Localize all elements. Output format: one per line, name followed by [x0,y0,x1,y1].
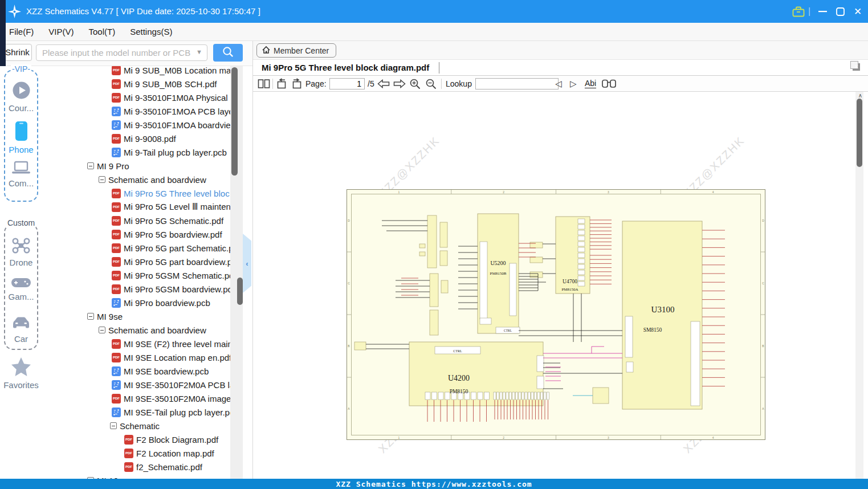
tree-node[interactable]: Schematic and boardview [43,173,230,186]
pcb-file-icon [112,408,121,417]
search-button[interactable] [213,44,243,62]
member-center-button[interactable]: Member Center [256,43,336,58]
zoom-out-icon[interactable] [425,76,437,92]
collapse-icon[interactable] [110,422,117,429]
svg-text:3: 3 [608,436,609,439]
tree-item-label: Mi 9Pro 5G part boardview.p [124,257,230,267]
tree-item[interactable]: PDFMi 9Pro 5G Three level bloc [43,186,230,200]
two-page-view-icon[interactable] [258,76,270,92]
pdf-canvas[interactable]: XZZ@XZZHK XZZ@XZZHK XZZ@XZZHK XZZ@XZZHK … [253,92,868,479]
svg-text:3: 3 [608,190,609,194]
sidebar-item-computer[interactable]: Com... [5,161,37,188]
lookup-input[interactable] [475,78,559,89]
tree-item[interactable]: PDFMi 9 SUB_M0B SCH.pdf [43,77,230,91]
tree-node[interactable]: MI 9 Pro [43,159,230,173]
tree-node[interactable]: Schematic [43,419,230,433]
sidebar-item-favorites[interactable]: Favorites [5,357,37,390]
file-tree: PDFMi 9 SUB_M0B Location mapPDFMi 9 SUB_… [43,66,230,479]
find-next-icon[interactable]: ▷ [570,76,577,92]
tree-item[interactable]: PDFMi 9Pro 5GSM Schematic.pd [43,268,230,282]
tree-item-label: Mi 9-35010F1MOA PCB layer [124,107,230,116]
car-icon [11,316,31,333]
tree-item[interactable]: PDFMi 9-9008.pdf [43,132,230,145]
menu-item-file[interactable]: File(F) [9,27,34,36]
collapse-icon[interactable] [87,162,94,169]
tree-item[interactable]: PDFMI 9SE (F2) three level maint [43,337,230,351]
tree-node[interactable]: Schematic and boardview [43,323,230,337]
tree-item[interactable]: PDFMi 9Pro 5G part boardview.p [43,255,230,268]
panel-collapse-handle[interactable]: ‹ [243,234,251,293]
chevron-down-icon[interactable]: ▼ [196,48,202,55]
sidebar-item-car[interactable]: Car [5,316,37,344]
search-input[interactable] [36,44,207,61]
sidebar-item-game[interactable]: Gam... [5,277,37,301]
tree-item[interactable]: Mi 9-35010F1MOA boardvie [43,118,230,132]
tree-item[interactable]: MI 9SE-Tail plug pcb layer.pc [43,405,230,419]
viewer-scrollbar-thumb[interactable] [857,99,862,167]
tree-node[interactable]: MI 10 [43,474,230,479]
tree-item[interactable]: PDFMi 9 SUB_M0B Location map [43,66,230,77]
close-tab-icon[interactable] [853,63,860,71]
maximize-button[interactable] [832,0,849,23]
tree-item[interactable]: Mi 9-Tail plug pcb layer.pcb [43,145,230,159]
page-number-input[interactable] [329,78,365,89]
collapse-icon[interactable] [99,176,105,183]
tree-item[interactable]: PDFf2_Schematic.pdf [43,460,230,474]
sidebar-item-label: Drone [10,258,33,267]
tree-item[interactable]: PDFMi 9Pro 5G Level Ⅲ maintena [43,200,230,214]
previous-page-icon[interactable] [377,76,390,92]
tree-item-label: Mi 9Pro boardview.pcb [124,298,210,308]
zoom-in-icon[interactable] [409,76,421,92]
dual-view-icon[interactable] [602,76,616,92]
scroll-up-icon[interactable]: ∧ [858,92,862,99]
rotate-right-icon[interactable] [291,76,303,92]
tree-item[interactable]: PDFF2 Block Diagram.pdf [43,433,230,446]
tree-item[interactable]: MI 9SE-35010F2M0A PCB lay [43,378,230,392]
collapse-icon[interactable] [87,313,94,320]
rotate-left-icon[interactable] [276,76,288,92]
category-sidebar: -VIP- Cour...PhoneCom... Custom DroneGam… [0,66,43,479]
tree-item[interactable]: PDFMi 9Pro 5G boardview.pdf [43,227,230,241]
tree-item[interactable]: PDFMi 9-35010F1M0A Physical s [43,91,230,104]
custom-panel-title: Custom [6,218,36,227]
pdf-file-icon: PDF [112,243,121,253]
tree-item[interactable]: Mi 9-35010F1MOA PCB layer [43,104,230,118]
window-title: XZZ Schematics V4.77 [ VIP Due date: 202… [26,6,260,16]
app-logo-icon [7,4,22,22]
pdf-file-icon: PDF [112,189,121,198]
tree-item[interactable]: PDFMi 9Pro 5GSM boardview.pd [43,282,230,296]
collapse-icon[interactable] [99,327,105,333]
next-page-icon[interactable] [393,76,406,92]
tree-item[interactable]: PDFMi 9Pro 5G Schematic.pdf [43,214,230,227]
sidebar-item-drone[interactable]: Drone [5,237,37,267]
pdf-file-icon: PDF [112,284,121,294]
page-total: /5 [368,76,374,92]
document-tab[interactable]: Mi 9Pro 5G Three level block diagram.pdf [262,63,429,72]
tree-item[interactable]: MI 9SE boardview.pcb [43,364,230,378]
tree-scrollbar-thumb[interactable] [231,67,238,176]
tree-item[interactable]: PDFMI 9SE-35010F2M0A image.p [43,392,230,405]
tree-scrollbar-thumb-secondary[interactable] [237,278,243,305]
tree-item[interactable]: PDFF2 Location map.pdf [43,446,230,460]
menu-item-vip[interactable]: VIP(V) [48,27,74,36]
tree-node[interactable]: MI 9se [43,309,230,323]
minimize-button[interactable] [814,0,831,23]
u5200-part: PM8150B [490,271,507,276]
sidebar-item-label: Cour... [9,103,34,113]
pdf-file-icon: PDF [124,462,133,472]
match-case-button[interactable]: Abi [585,76,596,92]
menu-item-settings[interactable]: Settings(S) [130,27,172,36]
tree-item[interactable]: PDFMi 9Pro 5G part Schematic.p [43,241,230,255]
tree-item-label: MI 9SE boardview.pcb [124,366,209,376]
tree-item[interactable]: Mi 9Pro boardview.pcb [43,296,230,309]
tree-item-label: Mi 9 SUB_M0B Location map [124,66,230,75]
close-button[interactable]: ✕ [849,0,866,23]
tree-item[interactable]: PDFMI 9SE Location map en.pdf [43,351,230,364]
sidebar-item-course[interactable]: Cour... [5,81,37,113]
pdf-file-icon: PDF [112,66,121,75]
shrink-button[interactable]: Shrink [3,44,32,61]
briefcase-icon[interactable] [790,0,807,23]
find-previous-icon[interactable]: ◁ [555,76,562,92]
menu-item-tool[interactable]: Tool(T) [89,27,116,36]
sidebar-item-phone[interactable]: Phone [5,121,37,154]
